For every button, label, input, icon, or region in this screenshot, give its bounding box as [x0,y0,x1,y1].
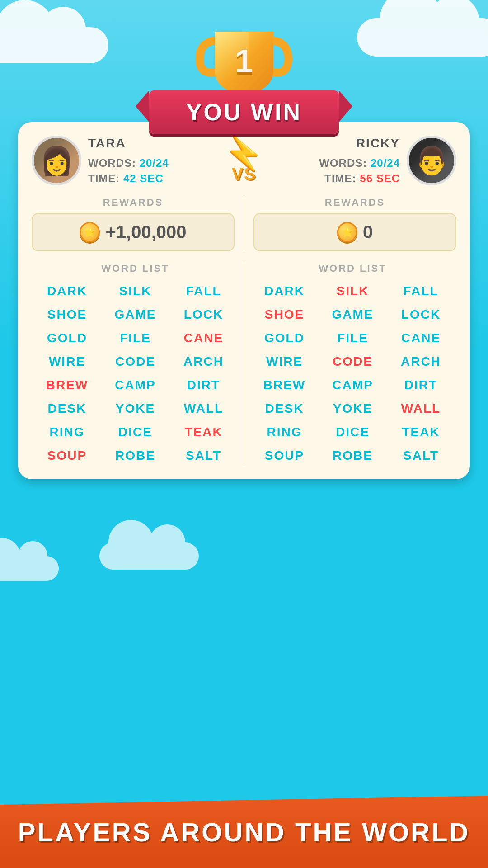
player-left: TARA WORDS: 20/24 TIME: 42 SEC [32,136,220,185]
coin-icon-right: ⭐ [337,222,357,242]
word-item: GAME [319,305,386,325]
word-item: DESK [251,399,318,419]
players-row: TARA WORDS: 20/24 TIME: 42 SEC ⚡ VS RICK… [32,136,456,185]
svg-text:1: 1 [235,43,253,79]
reward-box-left: ⭐ +1,00,000 [32,213,235,251]
lightning-icon: ⚡ [225,137,264,169]
word-item: CAMP [319,375,386,395]
word-list-left: WORD LIST DARKSILKFALLSHOEGAMELOCKGOLDFI… [32,263,244,466]
word-item: TEAK [388,422,454,442]
cloud-3 [99,542,199,570]
word-item: SALT [170,446,237,466]
coin-icon-left: ⭐ [80,222,100,242]
rewards-row: REWARDS ⭐ +1,00,000 REWARDS ⭐ 0 [32,197,456,251]
word-item: ROBE [319,446,386,466]
word-lists-row: WORD LIST DARKSILKFALLSHOEGAMELOCKGOLDFI… [32,263,456,466]
word-item: RING [34,422,100,442]
word-item: YOKE [102,399,169,419]
word-item: WIRE [251,352,318,372]
player-right-words: WORDS: 20/24 [319,157,400,170]
you-win-text: YOU WIN [186,99,302,125]
word-item: CAMP [102,375,169,395]
word-item: DICE [102,422,169,442]
word-list-right: WORD LIST DARKSILKFALLSHOEGAMELOCKGOLDFI… [244,263,456,466]
word-item: GOLD [34,328,100,348]
reward-label-left: REWARDS [32,197,235,208]
player-left-words: WORDS: 20/24 [88,157,169,170]
word-item: DARK [34,281,100,301]
player-left-time: TIME: 42 SEC [88,172,169,185]
word-item: SILK [102,281,169,301]
reward-amount-left: +1,00,000 [105,222,186,242]
word-item: LOCK [170,305,237,325]
word-item: DIRT [170,375,237,395]
word-grid-left: DARKSILKFALLSHOEGAMELOCKGOLDFILECANEWIRE… [34,281,237,466]
word-item: CODE [102,352,169,372]
avatar-ricky [407,136,456,185]
word-item: YOKE [319,399,386,419]
word-item: WALL [170,399,237,419]
word-item: CODE [319,352,386,372]
word-item: SILK [319,281,386,301]
bottom-banner-text: PLAYERS AROUND THE WORLD [18,817,470,847]
word-item: ARCH [170,352,237,372]
word-item: CANE [388,328,454,348]
you-win-banner: YOU WIN [149,90,339,134]
word-item: RING [251,422,318,442]
rewards-divider [244,197,244,251]
reward-label-right: REWARDS [253,197,456,208]
word-item: CANE [170,328,237,348]
word-item: FALL [170,281,237,301]
word-item: SALT [388,446,454,466]
reward-col-right: REWARDS ⭐ 0 [253,197,456,251]
cloud-2 [357,18,488,57]
reward-col-left: REWARDS ⭐ +1,00,000 [32,197,235,251]
word-item: BREW [34,375,100,395]
word-list-label-right: WORD LIST [251,263,454,274]
player-left-name: TARA [88,136,169,151]
avatar-tara [32,136,81,185]
word-item: GAME [102,305,169,325]
word-item: SHOE [251,305,318,325]
main-card: TARA WORDS: 20/24 TIME: 42 SEC ⚡ VS RICK… [18,122,470,479]
cloud-4 [0,556,59,581]
word-item: ROBE [102,446,169,466]
word-item: ARCH [388,352,454,372]
word-item: SOUP [251,446,318,466]
player-right-stats: RICKY WORDS: 20/24 TIME: 56 SEC [319,136,400,185]
cloud-1 [0,27,108,63]
word-item: LOCK [388,305,454,325]
word-item: DARK [251,281,318,301]
word-item: DIRT [388,375,454,395]
player-right: RICKY WORDS: 20/24 TIME: 56 SEC [268,136,457,185]
bottom-banner: PLAYERS AROUND THE WORLD [0,796,488,868]
word-item: WIRE [34,352,100,372]
word-item: DICE [319,422,386,442]
player-right-name: RICKY [319,136,400,151]
word-item: DESK [34,399,100,419]
word-item: FILE [319,328,386,348]
word-item: FALL [388,281,454,301]
word-item: SOUP [34,446,100,466]
reward-amount-right: 0 [363,222,373,242]
reward-box-right: ⭐ 0 [253,213,456,251]
word-list-label-left: WORD LIST [34,263,237,274]
word-item: GOLD [251,328,318,348]
vs-container: ⚡ VS [220,137,268,184]
word-item: WALL [388,399,454,419]
player-right-time: TIME: 56 SEC [319,172,400,185]
word-item: FILE [102,328,169,348]
word-item: SHOE [34,305,100,325]
player-left-stats: TARA WORDS: 20/24 TIME: 42 SEC [88,136,169,185]
word-item: TEAK [170,422,237,442]
word-item: BREW [251,375,318,395]
word-grid-right: DARKSILKFALLSHOEGAMELOCKGOLDFILECANEWIRE… [251,281,454,466]
